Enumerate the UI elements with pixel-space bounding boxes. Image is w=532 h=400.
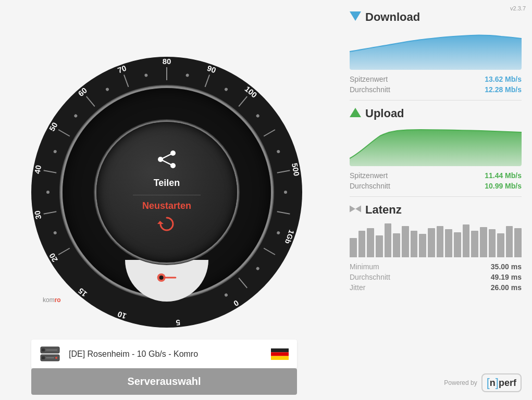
divider [133, 195, 201, 195]
svg-marker-49 [350, 205, 355, 212]
latency-bar [419, 234, 426, 257]
divider-2 [350, 196, 522, 197]
svg-line-10 [277, 170, 290, 172]
scale-15: 15 [76, 286, 89, 299]
latency-header: Latenz [350, 203, 522, 217]
upload-avg-label: Durchschnitt [350, 182, 390, 190]
server-select-button[interactable]: Serverauswahl [31, 368, 297, 395]
svg-rect-45 [271, 352, 289, 356]
svg-line-0 [58, 248, 70, 255]
svg-marker-48 [350, 108, 361, 117]
latency-title: Latenz [365, 203, 402, 217]
latency-bar [385, 223, 392, 257]
server-info-box: [DE] Rosenheim - 10 Gb/s - Komro [31, 340, 297, 369]
svg-point-14 [53, 231, 57, 235]
scale-100: 100 [243, 84, 259, 99]
svg-point-17 [73, 114, 78, 118]
download-header: Download [350, 10, 522, 24]
latency-bar [393, 233, 400, 257]
svg-point-26 [255, 266, 259, 270]
latency-min-value: 35.00 ms [491, 262, 522, 271]
scale-40: 40 [33, 165, 43, 174]
download-peak-row: Spitzenwert 13.62 Mb/s [350, 75, 522, 83]
upload-header: Upload [350, 107, 522, 120]
latency-bar [428, 228, 435, 257]
latency-bar [437, 226, 444, 257]
latency-bar [367, 228, 374, 257]
svg-line-13 [239, 278, 247, 288]
latency-bar [471, 231, 478, 257]
svg-line-8 [239, 96, 247, 106]
latency-jitter-value: 26.00 ms [491, 283, 522, 292]
restart-label[interactable]: Neustarten [142, 201, 191, 211]
latency-bar [489, 229, 496, 257]
latency-avg-row: Durchschnitt 49.19 ms [350, 273, 522, 281]
latency-bar [454, 232, 461, 257]
svg-point-16 [53, 149, 57, 154]
svg-line-5 [124, 74, 129, 86]
nperf-text: n [490, 378, 496, 389]
upload-chart [350, 124, 522, 166]
restart-icon[interactable] [157, 215, 176, 237]
svg-line-31 [160, 153, 173, 159]
svg-point-20 [185, 73, 189, 77]
download-peak-label: Spitzenwert [350, 75, 388, 83]
svg-rect-38 [42, 348, 45, 352]
scale-90: 90 [206, 64, 217, 75]
komro-text-part1: kom [43, 296, 55, 304]
svg-rect-36 [164, 277, 176, 278]
server-rack-icon [40, 346, 60, 362]
upload-avg-row: Durchschnitt 10.99 Mb/s [350, 182, 522, 190]
download-icon [350, 11, 361, 23]
svg-marker-50 [355, 205, 361, 212]
latency-bar [497, 233, 504, 257]
svg-line-32 [160, 159, 173, 166]
svg-point-27 [224, 293, 228, 297]
upload-avg-value: 10.99 Mb/s [485, 182, 522, 190]
latency-icon [350, 204, 361, 216]
scale-50: 50 [47, 121, 59, 133]
svg-line-12 [264, 248, 275, 255]
svg-point-24 [284, 191, 287, 194]
upload-peak-value: 11.44 Mb/s [485, 171, 522, 180]
right-panel: Download Spitzenwert 13.62 Mb/s Durchsch… [344, 0, 532, 400]
german-flag [271, 348, 289, 360]
latency-bar [358, 231, 366, 257]
latency-chart [350, 221, 522, 257]
speedometer: 20 30 40 50 60 70 80 90 100 500 1Gb 15 1… [31, 57, 302, 328]
download-peak-value: 13.62 Mb/s [485, 75, 522, 83]
download-avg-label: Durchschnitt [350, 85, 390, 94]
upload-peak-row: Spitzenwert 11.44 Mb/s [350, 171, 522, 180]
settings-icon[interactable] [156, 270, 177, 289]
nperf-perf: perf [499, 378, 516, 389]
scale-30: 30 [33, 210, 43, 220]
svg-line-3 [58, 130, 70, 136]
share-icon[interactable] [155, 148, 178, 176]
upload-title: Upload [365, 107, 404, 120]
gauge-center: Teilen Neustarten [96, 122, 237, 262]
scale-20: 20 [47, 252, 59, 264]
latency-bar [402, 226, 409, 257]
latency-bar [376, 235, 383, 257]
latency-min-label: Minimum [350, 262, 379, 271]
upload-peak-label: Spitzenwert [350, 171, 388, 180]
latency-jitter-label: Jitter [350, 283, 365, 292]
scale-1gb: 1Gb [283, 229, 296, 245]
latency-jitter-row: Jitter 26.00 ms [350, 283, 522, 292]
scale-0: 0 [232, 298, 240, 308]
share-label[interactable]: Teilen [154, 178, 180, 189]
nperf-logo: [ n ] perf [481, 373, 522, 392]
svg-rect-41 [42, 356, 45, 359]
latency-bar [463, 224, 470, 257]
svg-line-1 [44, 211, 57, 214]
upload-icon [350, 108, 361, 120]
nperf-footer: Powered by [ n ] perf [444, 373, 522, 392]
server-name: [DE] Rosenheim - 10 Gb/s - Komro [69, 349, 271, 359]
svg-rect-46 [271, 356, 289, 360]
komro-text-highlight: ro [55, 296, 61, 304]
latency-min-row: Minimum 35.00 ms [350, 262, 522, 271]
svg-line-7 [205, 74, 210, 86]
scale-500: 500 [290, 162, 301, 177]
powered-by-label: Powered by [444, 379, 477, 386]
svg-point-25 [276, 231, 280, 235]
